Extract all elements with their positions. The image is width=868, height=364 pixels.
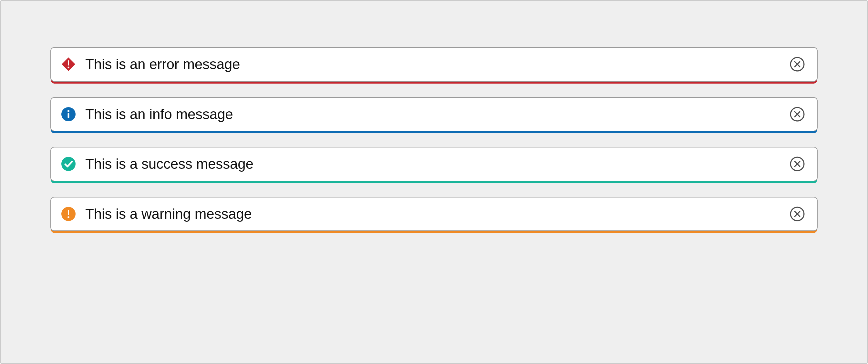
- svg-rect-16: [68, 210, 69, 215]
- svg-rect-0: [68, 60, 69, 66]
- warning-icon: [61, 206, 76, 222]
- error-icon: [61, 57, 76, 72]
- alert-text: This is an info message: [85, 106, 789, 123]
- close-button[interactable]: [789, 56, 805, 72]
- close-icon: [789, 56, 805, 72]
- close-icon: [789, 206, 805, 222]
- alert-warning: This is a warning message: [51, 197, 817, 231]
- svg-point-6: [67, 110, 69, 112]
- page-canvas: This is an error message This is an info…: [0, 0, 868, 364]
- alert-text: This is a warning message: [85, 206, 789, 222]
- success-icon: [61, 156, 76, 172]
- close-button[interactable]: [789, 156, 805, 172]
- alert-success: This is a success message: [51, 147, 817, 181]
- close-button[interactable]: [789, 106, 805, 122]
- close-icon: [789, 156, 805, 172]
- alert-text: This is a success message: [85, 156, 789, 172]
- svg-point-1: [67, 67, 69, 68]
- svg-point-17: [67, 216, 69, 218]
- close-icon: [789, 106, 805, 122]
- alert-error: This is an error message: [51, 47, 817, 81]
- info-icon: [61, 106, 76, 122]
- close-button[interactable]: [789, 206, 805, 222]
- svg-rect-7: [68, 113, 69, 118]
- alert-text: This is an error message: [85, 56, 789, 73]
- alert-info: This is an info message: [51, 97, 817, 132]
- alerts-container: This is an error message This is an info…: [15, 15, 853, 251]
- svg-point-11: [61, 157, 75, 171]
